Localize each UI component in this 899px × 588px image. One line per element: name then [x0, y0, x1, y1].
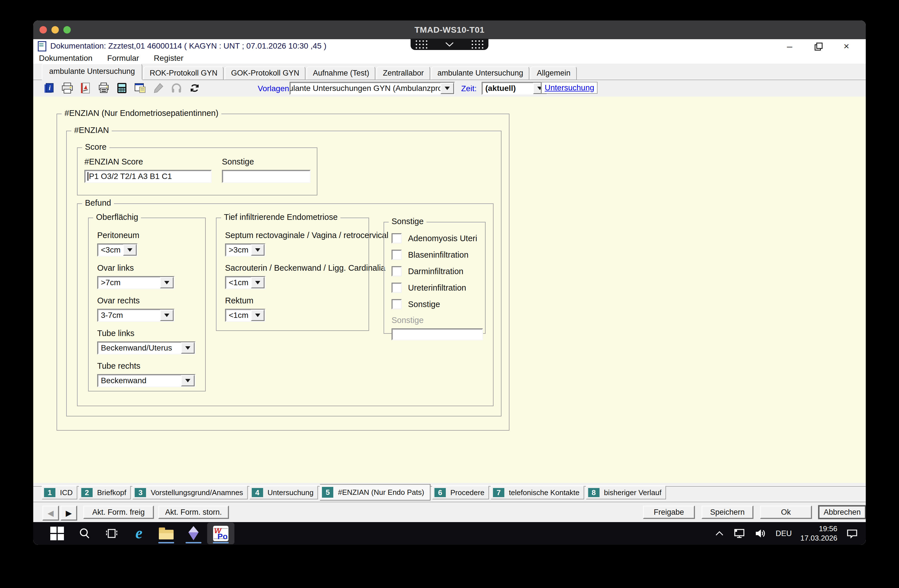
- akt-form-freig-button[interactable]: Akt. Form. freig: [83, 506, 154, 519]
- keyboard-language-indicator[interactable]: DEU: [776, 529, 792, 538]
- group-enzian-outer-legend: #ENZIAN (Nur Endometriosepatientinnen): [62, 108, 221, 118]
- peritoneum-select[interactable]: <3cm: [97, 244, 137, 256]
- chevron-down-icon[interactable]: [251, 244, 264, 256]
- score-sonstige-label: Sonstige: [222, 157, 310, 167]
- file-explorer-button[interactable]: [153, 523, 180, 544]
- adenomyosis-uteri-checkbox[interactable]: [392, 233, 402, 244]
- next-form-button[interactable]: ▶: [60, 506, 77, 520]
- task-view-button[interactable]: [98, 523, 125, 544]
- notification-center-icon[interactable]: [846, 528, 858, 539]
- grip-dots-icon: [472, 40, 483, 49]
- close-button[interactable]: ×: [840, 40, 853, 52]
- chevron-down-icon[interactable]: [160, 310, 174, 321]
- start-button[interactable]: [43, 523, 71, 544]
- internet-explorer-button[interactable]: e: [125, 523, 153, 544]
- zeit-select[interactable]: (aktuell): [482, 82, 548, 95]
- prev-form-button[interactable]: ◀: [42, 506, 59, 520]
- menu-dokumentation[interactable]: Dokumentation: [37, 53, 94, 63]
- calculator-icon[interactable]: [116, 82, 128, 94]
- akt-form-storn-button[interactable]: Akt. Form. storn.: [158, 506, 229, 519]
- chevron-down-icon[interactable]: [160, 277, 174, 288]
- bottom-tab-vorstellungsgrund[interactable]: 3 Vorstellungsgrund/Anamnes: [133, 486, 247, 499]
- refresh-icon[interactable]: [188, 82, 201, 94]
- bottom-tab-label: Procedere: [450, 488, 485, 497]
- po-app-button[interactable]: WPo: [207, 523, 235, 544]
- tab-number-badge: 1: [44, 488, 56, 497]
- tab-rok-protokoll-gyn[interactable]: ROK-Protokoll GYN: [144, 66, 224, 80]
- tab-gok-protokoll-gyn[interactable]: GOK-Protokoll GYN: [225, 66, 306, 80]
- tab-ambulante-untersuchung-2[interactable]: ambulante Untersuchung: [431, 66, 530, 80]
- restore-button[interactable]: [812, 40, 824, 52]
- bottom-tab-label: bisheriger Verlauf: [604, 488, 661, 497]
- sonstige-checkbox[interactable]: [392, 299, 402, 309]
- abbrechen-button[interactable]: Abbrechen: [819, 506, 866, 519]
- chevron-down-icon[interactable]: [251, 277, 264, 288]
- minimize-button[interactable]: –: [783, 40, 796, 52]
- blaseninfiltration-checkbox[interactable]: [392, 250, 402, 260]
- tube-rechts-label: Tube rechts: [97, 361, 196, 371]
- bottom-tab-icd[interactable]: 1 ICD: [42, 486, 77, 499]
- print-icon[interactable]: [61, 82, 74, 94]
- ok-button[interactable]: Ok: [760, 506, 812, 519]
- ovar-links-select[interactable]: >7cm: [97, 276, 175, 289]
- chevron-down-icon[interactable]: [123, 244, 137, 256]
- chevron-down-icon[interactable]: [445, 42, 454, 47]
- bottom-tab-label: telefonische Kontakte: [509, 488, 580, 497]
- group-enzian-inner-legend: #ENZIAN: [71, 125, 112, 135]
- chevron-down-icon[interactable]: [440, 83, 454, 94]
- score-sonstige-input[interactable]: [222, 170, 310, 183]
- vorlagen-label: Vorlagen:: [258, 84, 291, 93]
- search-button[interactable]: [71, 523, 98, 544]
- chevron-down-icon[interactable]: [251, 310, 264, 321]
- sacrouterin-value: <1cm: [226, 277, 251, 288]
- chevron-down-icon[interactable]: [181, 342, 195, 353]
- ureterinfiltration-checkbox[interactable]: [392, 282, 402, 293]
- untersuchung-button[interactable]: Untersuchung: [541, 82, 598, 94]
- blaseninfiltration-label: Blaseninfiltration: [408, 250, 468, 259]
- bottom-tab-briefkopf[interactable]: 2 Briefkopf: [79, 486, 131, 499]
- enzian-score-input[interactable]: P1 O3/2 T2/1 A3 B1 C1: [84, 170, 212, 183]
- bottom-tab-bisheriger-verlauf[interactable]: 8 bisheriger Verlauf: [586, 486, 666, 499]
- tube-links-select[interactable]: Beckenwand/Uterus: [97, 341, 196, 355]
- septum-select[interactable]: >3cm: [225, 244, 266, 256]
- export-pdf-icon[interactable]: [79, 82, 92, 94]
- volume-icon[interactable]: [754, 528, 767, 539]
- sonstige-text-input[interactable]: [392, 329, 483, 340]
- menu-register[interactable]: Register: [152, 53, 185, 63]
- tab-number-badge: 5: [322, 487, 333, 498]
- rektum-select[interactable]: <1cm: [225, 309, 266, 322]
- tab-number-badge: 6: [434, 488, 446, 497]
- print-form-icon[interactable]: [97, 82, 110, 94]
- bottom-tab-untersuchung[interactable]: 4 Untersuchung: [249, 486, 318, 499]
- chevron-down-icon[interactable]: [181, 375, 195, 386]
- menu-formular[interactable]: Formular: [105, 53, 141, 63]
- bottom-tab-enzian[interactable]: 5 #ENZIAN (Nur Endo Pats): [320, 484, 430, 500]
- vorlagen-select[interactable]: ambulante Untersuchungen GYN (Ambulanzpr…: [290, 82, 455, 95]
- tab-aufnahme-test[interactable]: Aufnahme (Test): [307, 66, 375, 80]
- info-icon[interactable]: i: [43, 82, 56, 94]
- bottom-tab-procedere[interactable]: 6 Procedere: [432, 486, 489, 499]
- crystal-app-button[interactable]: [180, 523, 207, 544]
- headset-icon[interactable]: [170, 82, 183, 94]
- vorlagen-value: ambulante Untersuchungen GYN (Ambulanzpr…: [290, 83, 440, 94]
- darminfiltration-checkbox[interactable]: [392, 266, 402, 276]
- pen-icon[interactable]: [152, 82, 165, 94]
- tab-allgemein[interactable]: Allgemein: [530, 66, 577, 80]
- speichern-button[interactable]: Speichern: [701, 506, 753, 519]
- tube-rechts-select[interactable]: Beckenwand: [97, 374, 196, 387]
- tab-ambulante-untersuchung-1[interactable]: ambulante Untersuchung: [42, 63, 142, 80]
- form-note-icon[interactable]: [134, 82, 146, 94]
- clock[interactable]: 19:56 17.03.2026: [800, 524, 837, 543]
- tray-expand-chevron-icon[interactable]: [714, 530, 724, 537]
- rdp-connection-bar[interactable]: [411, 39, 488, 50]
- network-icon[interactable]: [733, 528, 746, 539]
- tab-zentrallabor[interactable]: Zentrallabor: [377, 66, 430, 80]
- ovar-rechts-select[interactable]: 3-7cm: [97, 309, 175, 322]
- sacrouterin-select[interactable]: <1cm: [225, 276, 266, 289]
- tab-number-badge: 8: [588, 488, 599, 497]
- group-befund-legend: Befund: [82, 198, 114, 208]
- bottom-tab-telefonische-kontakte[interactable]: 7 telefonische Kontakte: [491, 486, 584, 499]
- tab-number-badge: 4: [252, 488, 263, 497]
- group-enzian-outer: #ENZIAN (Nur Endometriosepatientinnen) #…: [57, 114, 510, 431]
- freigabe-button[interactable]: Freigabe: [643, 506, 695, 519]
